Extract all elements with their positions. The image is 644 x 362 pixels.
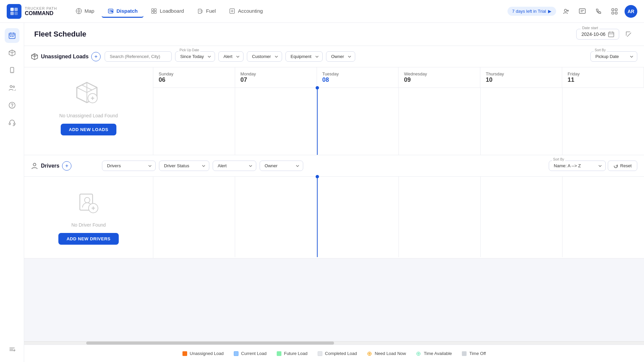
page-title: Fleet Schedule [34, 30, 86, 39]
drivers-calendar-body [153, 177, 644, 257]
day-sunday: Sunday 06 [153, 67, 235, 87]
grid-button[interactable] [608, 5, 621, 17]
unassigned-load-dot [182, 351, 187, 356]
reset-icon [613, 164, 618, 168]
svg-point-27 [12, 107, 12, 107]
add-new-drivers-button[interactable]: ADD NEW DRIVERS [58, 233, 118, 245]
collapse-button[interactable] [623, 29, 634, 40]
drivers-header: Drivers + Drivers Driver Status Alert Ow… [24, 155, 644, 177]
drivers-col-sunday [153, 177, 235, 257]
sidebar-users-icon[interactable] [5, 80, 19, 95]
svg-rect-17 [612, 12, 614, 14]
date-start-group[interactable]: Date start 2024-10-06 [576, 29, 619, 40]
unassigned-empty-state: No Unassigned Load Found ADD NEW LOADS [24, 67, 153, 149]
drivers-calendar: No Driver Found ADD NEW DRIVERS [24, 177, 644, 258]
drivers-sort-select[interactable]: Name: A --> Z [549, 161, 606, 171]
drivers-alert-select[interactable]: Alert [213, 161, 256, 171]
phone-button[interactable] [592, 5, 604, 17]
drivers-empty-text: No Driver Found [71, 222, 106, 228]
nav-accounting[interactable]: Accounting [223, 5, 269, 18]
user-avatar[interactable]: AR [625, 5, 637, 18]
completed-load-dot [318, 351, 322, 356]
legend-future-load: Future Load [277, 351, 308, 356]
nav-map[interactable]: Map [70, 5, 100, 18]
scrollbar-thumb[interactable] [86, 342, 334, 345]
sidebar-box-icon[interactable] [5, 46, 19, 60]
today-line [317, 88, 318, 155]
unassigned-loads-title: Unassigned Loads [41, 54, 89, 60]
svg-rect-20 [10, 36, 11, 37]
need-load-plus-icon: ⊕ [367, 350, 372, 357]
sidebar-bottom [5, 342, 19, 357]
svg-rect-18 [615, 12, 617, 14]
drivers-empty-state: No Driver Found ADD NEW DRIVERS [24, 177, 153, 258]
package-icon [31, 53, 38, 60]
sidebar-help-icon[interactable] [5, 98, 19, 113]
nav-dispatch[interactable]: Dispatch [102, 5, 144, 18]
svg-rect-8 [154, 9, 156, 11]
unassigned-calendar-body [153, 88, 644, 155]
drivers-sort-wrapper: Sort By Name: A --> Z [549, 161, 606, 171]
add-new-loads-button[interactable]: ADD NEW LOADS [61, 124, 116, 135]
nav-fuel[interactable]: Fuel [191, 5, 222, 18]
drivers-today-line [317, 177, 318, 257]
logo[interactable]: TRUCKER PATH COMMAND [7, 4, 57, 19]
owner-filter-select[interactable]: Owner [326, 51, 355, 62]
date-start-value: 2024-10-06 [581, 32, 605, 37]
drivers-owner-select[interactable]: Owner [260, 161, 303, 171]
horizontal-scrollbar[interactable] [24, 341, 644, 345]
trial-badge[interactable]: 7 days left in Trial ▶ [507, 7, 556, 16]
sidebar-device-icon[interactable] [5, 63, 19, 78]
top-navigation: TRUCKER PATH COMMAND Map Dispatch [0, 0, 644, 23]
col-tuesday [317, 88, 399, 155]
svg-point-34 [85, 197, 90, 203]
empty-driver-icon [75, 190, 102, 217]
drivers-title: Drivers [41, 163, 59, 169]
alert-filter-select[interactable]: Alert [218, 51, 244, 62]
today-dot [316, 86, 319, 89]
col-friday [562, 88, 644, 155]
sort-by-select[interactable]: Pickup Date [590, 51, 637, 62]
svg-rect-19 [9, 33, 15, 39]
driver-status-select[interactable]: Driver Status [159, 161, 209, 171]
svg-point-32 [33, 163, 36, 166]
fuel-icon [197, 8, 203, 14]
add-unassigned-load-button[interactable]: + [91, 52, 101, 61]
empty-package-icon [75, 81, 102, 108]
current-load-dot [234, 351, 238, 356]
search-input[interactable] [105, 51, 172, 62]
bottom-legend: Unassigned Load Current Load Future Load… [24, 345, 644, 362]
drivers-col-monday [235, 177, 317, 257]
drivers-col-tuesday [317, 177, 399, 257]
reset-button[interactable]: Reset [608, 161, 637, 171]
add-driver-plus-button[interactable]: + [62, 161, 71, 171]
accounting-icon [229, 8, 235, 14]
svg-rect-14 [579, 9, 585, 13]
svg-point-23 [12, 72, 12, 72]
drivers-filter-select[interactable]: Drivers [102, 161, 156, 171]
equipment-filter-select[interactable]: Equipment [285, 51, 323, 62]
svg-rect-1 [14, 8, 18, 11]
date-start-label: Date start [581, 26, 599, 30]
sidebar-headset-icon[interactable] [5, 115, 19, 130]
calendar-icon[interactable] [608, 31, 614, 37]
drivers-grid [153, 177, 644, 258]
svg-rect-29 [14, 123, 15, 125]
pickup-date-select[interactable]: Since Today [175, 51, 215, 62]
col-wednesday [399, 88, 481, 155]
nav-loadboard[interactable]: Loadboard [145, 5, 190, 18]
customer-filter-select[interactable]: Customer [247, 51, 282, 62]
add-driver-button[interactable] [560, 5, 572, 17]
sidebar-expand-button[interactable] [5, 342, 19, 357]
drivers-col-thursday [481, 177, 562, 257]
sidebar-calendar-icon[interactable] [5, 28, 19, 43]
pickup-date-wrapper: Pick Up Date Since Today [175, 51, 215, 62]
svg-point-6 [111, 10, 113, 12]
svg-rect-7 [152, 9, 154, 11]
sort-by-wrapper: Sort By Pickup Date [590, 51, 637, 62]
messages-button[interactable] [576, 5, 588, 17]
svg-rect-16 [615, 9, 617, 11]
chevron-right-icon: ▶ [548, 9, 551, 14]
svg-rect-10 [154, 11, 156, 13]
day-wednesday: Wednesday 09 [398, 67, 480, 87]
